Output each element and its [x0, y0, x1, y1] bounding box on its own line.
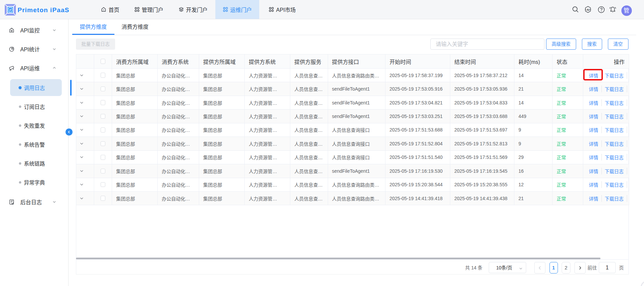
svg-text:P: P: [9, 8, 11, 12]
svg-text:AI: AI: [587, 8, 590, 11]
